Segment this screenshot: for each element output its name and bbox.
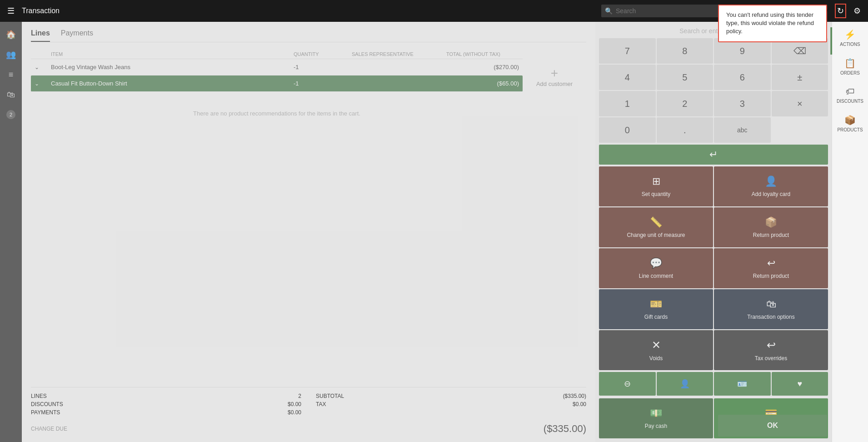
action-grid-mid: 🎫 Gift cards 🛍 Transaction options ✕ Voi…: [595, 289, 832, 370]
table-row[interactable]: ⌄ Boot-Leg Vintage Wash Jeans -1 ($270.0…: [31, 59, 523, 75]
set-quantity-button[interactable]: ⊞ Set quantity: [599, 166, 713, 206]
orders-nav[interactable]: 📋 ORDERS: [838, 54, 862, 79]
toast-message: You can't refund using this tender type,…: [726, 11, 814, 35]
summary-payments: PAYMENTS $0.00: [31, 409, 301, 416]
numpad-4[interactable]: 4: [599, 65, 656, 90]
numpad-enter[interactable]: ↵: [599, 145, 828, 165]
actions-nav[interactable]: ⚡ ACTIONS: [838, 25, 862, 50]
search-icon: 🔍: [605, 7, 613, 15]
numpad-multiply[interactable]: ×: [772, 91, 828, 116]
tab-payments[interactable]: Payments: [61, 29, 93, 42]
transaction-options-label: Transaction options: [747, 314, 794, 320]
products-label: PRODUCTS: [837, 127, 863, 132]
small-action-person[interactable]: 👤: [657, 372, 713, 396]
small-action-card[interactable]: 🪪: [714, 372, 771, 396]
numpad-2[interactable]: 2: [657, 91, 713, 116]
voids-icon: ✕: [652, 339, 661, 352]
change-due-value: ($335.00): [544, 423, 586, 435]
pay-cash-button[interactable]: 💵 Pay cash: [599, 398, 713, 438]
pay-cash-label: Pay cash: [645, 423, 667, 429]
add-customer-button[interactable]: + Add customer: [529, 59, 580, 95]
add-customer-label: Add customer: [536, 80, 573, 87]
small-action-minus[interactable]: ⊖: [599, 372, 656, 396]
payments-value: $0.00: [288, 409, 301, 416]
change-due-label: CHANGE DUE: [31, 426, 67, 432]
sidebar-item-home[interactable]: 🏠: [2, 25, 20, 44]
numpad-8[interactable]: 8: [657, 38, 713, 64]
return-product2-button[interactable]: ↩ Return product: [714, 248, 828, 288]
set-quantity-label: Set quantity: [642, 191, 670, 197]
gift-cards-icon: 🎫: [650, 298, 662, 310]
gift-cards-label: Gift cards: [644, 314, 668, 320]
content-area: Lines Payments ITEM QUANTITY SALES REPRE…: [22, 22, 595, 442]
numpad-plusminus[interactable]: ±: [772, 65, 828, 90]
ok-button[interactable]: OK: [718, 415, 827, 437]
change-unit-button[interactable]: 📏 Change unit of measure: [599, 207, 713, 247]
discounts-icon: 🏷: [846, 86, 855, 97]
small-action-heart[interactable]: ♥: [772, 372, 828, 396]
transaction-options-icon: 🛍: [766, 298, 776, 310]
table-header: ITEM QUANTITY SALES REPRESENTATIVE TOTAL…: [31, 50, 523, 59]
tax-overrides-button[interactable]: ↩ Tax overrides: [714, 330, 828, 370]
tax-value: $0.00: [573, 401, 586, 407]
small-actions: ⊖ 👤 🪪 ♥: [595, 371, 832, 397]
row-chevron: ⌄: [35, 64, 47, 70]
row-total: ($270.00): [446, 64, 519, 70]
line-comment-label: Line comment: [639, 273, 673, 279]
row-qty: -1: [294, 64, 348, 70]
add-loyalty-label: Add loyalty card: [752, 191, 790, 197]
numpad-0[interactable]: 0: [599, 117, 656, 143]
lines-value: 2: [298, 393, 301, 399]
numpad-abc[interactable]: abc: [714, 117, 771, 143]
table-row-selected[interactable]: ⌄ Casual Fit Button-Down Shirt -1 ($65.0…: [31, 75, 523, 92]
return-product-icon: 📦: [765, 216, 777, 228]
col-total: TOTAL (WITHOUT TAX): [446, 51, 519, 57]
numpad-5[interactable]: 5: [657, 65, 713, 90]
sidebar-item-menu[interactable]: ≡: [2, 65, 20, 84]
change-due-row: CHANGE DUE ($335.00): [31, 423, 586, 435]
action-grid-top: ⊞ Set quantity 👤 Add loyalty card 📏 Chan…: [595, 166, 832, 288]
tab-lines[interactable]: Lines: [31, 29, 50, 42]
main-container: 🏠 👥 ≡ 🛍 2 Lines Payments ITEM QUANTITY S…: [0, 22, 868, 442]
return-product-button[interactable]: 📦 Return product: [714, 207, 828, 247]
transaction-options-button[interactable]: 🛍 Transaction options: [714, 289, 828, 329]
settings-icon[interactable]: ⚙: [852, 4, 863, 18]
gift-cards-button[interactable]: 🎫 Gift cards: [599, 289, 713, 329]
line-comment-button[interactable]: 💬 Line comment: [599, 248, 713, 288]
summary: LINES 2 SUBTOTAL ($335.00) DISCOUNTS $0.…: [31, 387, 586, 435]
row-item-name: Boot-Leg Vintage Wash Jeans: [51, 64, 290, 70]
products-nav[interactable]: 📦 PRODUCTS: [835, 111, 864, 136]
numpad-6[interactable]: 6: [714, 65, 771, 90]
numpad: 7 8 9 ⌫ 4 5 6 ± 1 2 3 × 0 . abc: [595, 38, 832, 143]
orders-label: ORDERS: [840, 70, 860, 75]
row-item-name-2: Casual Fit Button-Down Shirt: [51, 80, 290, 87]
return-product-label: Return product: [753, 232, 789, 238]
add-loyalty-button[interactable]: 👤 Add loyalty card: [714, 166, 828, 206]
numpad-3[interactable]: 3: [714, 91, 771, 116]
pay-cash-icon: 💵: [650, 407, 662, 419]
far-right-panel: ⚡ ACTIONS 📋 ORDERS 🏷 DISCOUNTS 📦 PRODUCT…: [832, 22, 868, 442]
set-quantity-icon: ⊞: [652, 176, 660, 187]
toast-popup: You can't refund using this tender type,…: [718, 5, 827, 42]
voids-button[interactable]: ✕ Voids: [599, 330, 713, 370]
menu-icon[interactable]: ☰: [5, 4, 16, 18]
sidebar-item-users[interactable]: 👥: [2, 45, 20, 64]
discounts-nav[interactable]: 🏷 DISCOUNTS: [835, 83, 865, 107]
numpad-7[interactable]: 7: [599, 38, 656, 64]
tax-overrides-label: Tax overrides: [755, 355, 787, 362]
numpad-1[interactable]: 1: [599, 91, 656, 116]
line-comment-icon: 💬: [650, 257, 662, 269]
orders-icon: 📋: [844, 58, 856, 69]
tax-label: TAX: [316, 401, 326, 407]
numpad-dot[interactable]: .: [657, 117, 713, 143]
sidebar-item-bag[interactable]: 🛍: [2, 85, 20, 104]
customer-col: + Add customer: [523, 50, 586, 387]
change-unit-label: Change unit of measure: [627, 232, 685, 238]
empty-recommendation: There are no product recommendations for…: [31, 110, 523, 117]
refresh-icon[interactable]: ↻: [835, 4, 846, 18]
summary-lines: LINES 2: [31, 393, 301, 399]
subtotal-value: ($335.00): [563, 393, 586, 399]
sidebar-item-badge[interactable]: 2: [2, 105, 20, 124]
discounts-label: DISCOUNTS: [837, 99, 863, 104]
col-rep: SALES REPRESENTATIVE: [352, 51, 443, 57]
